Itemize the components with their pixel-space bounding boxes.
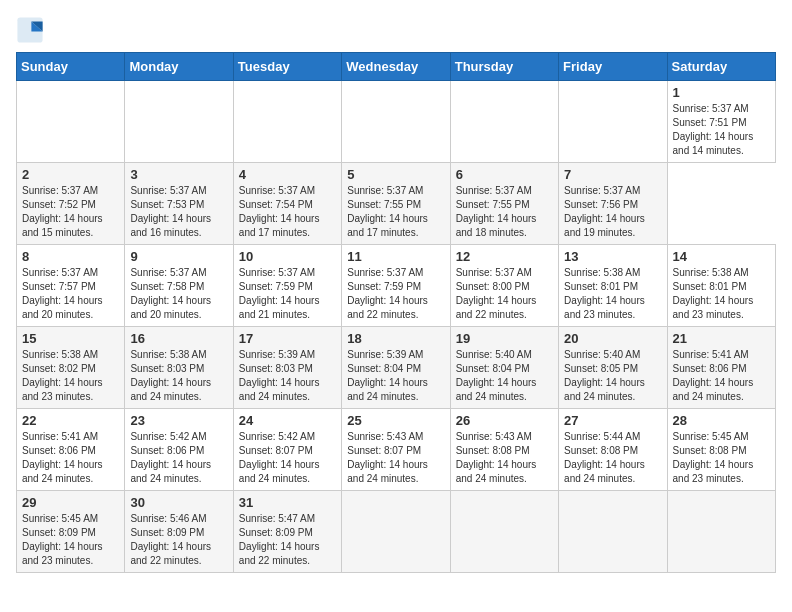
day-info: Sunrise: 5:43 AMSunset: 8:08 PMDaylight:… [456, 430, 553, 486]
day-info: Sunrise: 5:38 AMSunset: 8:01 PMDaylight:… [673, 266, 770, 322]
calendar-cell: 29Sunrise: 5:45 AMSunset: 8:09 PMDayligh… [17, 491, 125, 573]
calendar-cell [559, 491, 667, 573]
day-number: 1 [673, 85, 770, 100]
calendar-cell: 21Sunrise: 5:41 AMSunset: 8:06 PMDayligh… [667, 327, 775, 409]
day-number: 19 [456, 331, 553, 346]
day-number: 21 [673, 331, 770, 346]
day-info: Sunrise: 5:37 AMSunset: 7:55 PMDaylight:… [347, 184, 444, 240]
calendar-week-4: 15Sunrise: 5:38 AMSunset: 8:02 PMDayligh… [17, 327, 776, 409]
calendar-cell [17, 81, 125, 163]
calendar-cell: 2Sunrise: 5:37 AMSunset: 7:52 PMDaylight… [17, 163, 125, 245]
day-info: Sunrise: 5:37 AMSunset: 7:51 PMDaylight:… [673, 102, 770, 158]
day-info: Sunrise: 5:37 AMSunset: 7:55 PMDaylight:… [456, 184, 553, 240]
calendar-cell [450, 491, 558, 573]
calendar-cell: 28Sunrise: 5:45 AMSunset: 8:08 PMDayligh… [667, 409, 775, 491]
day-info: Sunrise: 5:38 AMSunset: 8:03 PMDaylight:… [130, 348, 227, 404]
column-header-friday: Friday [559, 53, 667, 81]
day-number: 31 [239, 495, 336, 510]
day-number: 22 [22, 413, 119, 428]
calendar-week-2: 2Sunrise: 5:37 AMSunset: 7:52 PMDaylight… [17, 163, 776, 245]
day-number: 29 [22, 495, 119, 510]
day-info: Sunrise: 5:37 AMSunset: 7:52 PMDaylight:… [22, 184, 119, 240]
day-info: Sunrise: 5:42 AMSunset: 8:07 PMDaylight:… [239, 430, 336, 486]
day-info: Sunrise: 5:45 AMSunset: 8:09 PMDaylight:… [22, 512, 119, 568]
day-number: 23 [130, 413, 227, 428]
day-number: 3 [130, 167, 227, 182]
day-number: 26 [456, 413, 553, 428]
calendar-header-row: SundayMondayTuesdayWednesdayThursdayFrid… [17, 53, 776, 81]
calendar-cell [342, 491, 450, 573]
calendar-cell: 7Sunrise: 5:37 AMSunset: 7:56 PMDaylight… [559, 163, 667, 245]
calendar-week-3: 8Sunrise: 5:37 AMSunset: 7:57 PMDaylight… [17, 245, 776, 327]
calendar-cell [667, 491, 775, 573]
day-number: 25 [347, 413, 444, 428]
day-info: Sunrise: 5:37 AMSunset: 8:00 PMDaylight:… [456, 266, 553, 322]
calendar-cell: 31Sunrise: 5:47 AMSunset: 8:09 PMDayligh… [233, 491, 341, 573]
day-number: 28 [673, 413, 770, 428]
calendar-cell [233, 81, 341, 163]
calendar-cell: 18Sunrise: 5:39 AMSunset: 8:04 PMDayligh… [342, 327, 450, 409]
day-number: 7 [564, 167, 661, 182]
column-header-tuesday: Tuesday [233, 53, 341, 81]
calendar-week-1: 1Sunrise: 5:37 AMSunset: 7:51 PMDaylight… [17, 81, 776, 163]
calendar-cell: 22Sunrise: 5:41 AMSunset: 8:06 PMDayligh… [17, 409, 125, 491]
day-number: 30 [130, 495, 227, 510]
column-header-monday: Monday [125, 53, 233, 81]
calendar-cell: 19Sunrise: 5:40 AMSunset: 8:04 PMDayligh… [450, 327, 558, 409]
day-number: 14 [673, 249, 770, 264]
day-number: 2 [22, 167, 119, 182]
calendar-cell: 8Sunrise: 5:37 AMSunset: 7:57 PMDaylight… [17, 245, 125, 327]
day-info: Sunrise: 5:38 AMSunset: 8:02 PMDaylight:… [22, 348, 119, 404]
calendar-cell [559, 81, 667, 163]
column-header-thursday: Thursday [450, 53, 558, 81]
calendar-cell: 16Sunrise: 5:38 AMSunset: 8:03 PMDayligh… [125, 327, 233, 409]
calendar-cell: 11Sunrise: 5:37 AMSunset: 7:59 PMDayligh… [342, 245, 450, 327]
day-info: Sunrise: 5:37 AMSunset: 7:59 PMDaylight:… [347, 266, 444, 322]
calendar-cell [342, 81, 450, 163]
day-info: Sunrise: 5:42 AMSunset: 8:06 PMDaylight:… [130, 430, 227, 486]
day-number: 11 [347, 249, 444, 264]
day-info: Sunrise: 5:43 AMSunset: 8:07 PMDaylight:… [347, 430, 444, 486]
day-number: 17 [239, 331, 336, 346]
calendar-cell: 12Sunrise: 5:37 AMSunset: 8:00 PMDayligh… [450, 245, 558, 327]
calendar-cell: 6Sunrise: 5:37 AMSunset: 7:55 PMDaylight… [450, 163, 558, 245]
day-number: 9 [130, 249, 227, 264]
calendar-cell: 17Sunrise: 5:39 AMSunset: 8:03 PMDayligh… [233, 327, 341, 409]
calendar-cell: 4Sunrise: 5:37 AMSunset: 7:54 PMDaylight… [233, 163, 341, 245]
day-info: Sunrise: 5:38 AMSunset: 8:01 PMDaylight:… [564, 266, 661, 322]
day-number: 12 [456, 249, 553, 264]
day-info: Sunrise: 5:40 AMSunset: 8:05 PMDaylight:… [564, 348, 661, 404]
day-number: 5 [347, 167, 444, 182]
calendar-cell: 23Sunrise: 5:42 AMSunset: 8:06 PMDayligh… [125, 409, 233, 491]
calendar-cell: 9Sunrise: 5:37 AMSunset: 7:58 PMDaylight… [125, 245, 233, 327]
calendar-cell: 13Sunrise: 5:38 AMSunset: 8:01 PMDayligh… [559, 245, 667, 327]
calendar-cell: 30Sunrise: 5:46 AMSunset: 8:09 PMDayligh… [125, 491, 233, 573]
day-number: 20 [564, 331, 661, 346]
calendar: SundayMondayTuesdayWednesdayThursdayFrid… [16, 52, 776, 573]
day-number: 4 [239, 167, 336, 182]
day-info: Sunrise: 5:37 AMSunset: 7:59 PMDaylight:… [239, 266, 336, 322]
calendar-cell [125, 81, 233, 163]
column-header-saturday: Saturday [667, 53, 775, 81]
day-info: Sunrise: 5:37 AMSunset: 7:58 PMDaylight:… [130, 266, 227, 322]
day-info: Sunrise: 5:46 AMSunset: 8:09 PMDaylight:… [130, 512, 227, 568]
day-number: 6 [456, 167, 553, 182]
day-info: Sunrise: 5:37 AMSunset: 7:53 PMDaylight:… [130, 184, 227, 240]
day-info: Sunrise: 5:45 AMSunset: 8:08 PMDaylight:… [673, 430, 770, 486]
column-header-sunday: Sunday [17, 53, 125, 81]
day-info: Sunrise: 5:40 AMSunset: 8:04 PMDaylight:… [456, 348, 553, 404]
day-info: Sunrise: 5:37 AMSunset: 7:54 PMDaylight:… [239, 184, 336, 240]
day-info: Sunrise: 5:37 AMSunset: 7:56 PMDaylight:… [564, 184, 661, 240]
calendar-cell: 14Sunrise: 5:38 AMSunset: 8:01 PMDayligh… [667, 245, 775, 327]
day-info: Sunrise: 5:41 AMSunset: 8:06 PMDaylight:… [673, 348, 770, 404]
day-number: 13 [564, 249, 661, 264]
calendar-cell: 3Sunrise: 5:37 AMSunset: 7:53 PMDaylight… [125, 163, 233, 245]
calendar-cell: 10Sunrise: 5:37 AMSunset: 7:59 PMDayligh… [233, 245, 341, 327]
day-number: 8 [22, 249, 119, 264]
day-number: 10 [239, 249, 336, 264]
calendar-cell [450, 81, 558, 163]
day-info: Sunrise: 5:47 AMSunset: 8:09 PMDaylight:… [239, 512, 336, 568]
logo [16, 16, 48, 44]
calendar-cell: 25Sunrise: 5:43 AMSunset: 8:07 PMDayligh… [342, 409, 450, 491]
day-info: Sunrise: 5:37 AMSunset: 7:57 PMDaylight:… [22, 266, 119, 322]
